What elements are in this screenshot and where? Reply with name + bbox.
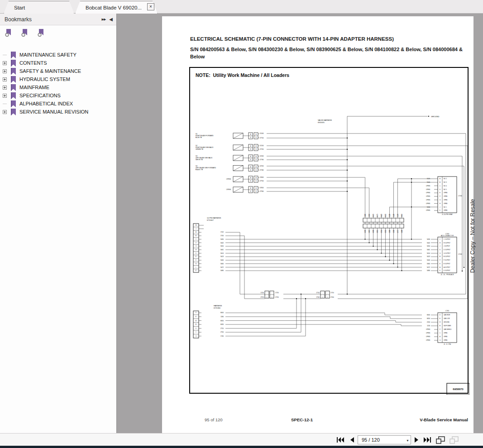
svg-text:CAN LOW: CAN LOW [444, 318, 450, 319]
svg-text:5600: 5600 [401, 214, 403, 217]
svg-text:A: A [440, 336, 440, 338]
bookmark-icon [10, 84, 16, 91]
bookmark-item[interactable]: SAFETY & MAINTENANCE [0, 67, 116, 75]
svg-text:OPEN: OPEN [426, 199, 430, 201]
svg-text:5640: 5640 [220, 259, 224, 261]
tab-start[interactable]: Start [4, 1, 74, 14]
tab-bar: Start Bobcat Blade V 69020... × [0, 0, 483, 14]
svg-text:OPEN: OPEN [444, 203, 447, 205]
svg-text:2750: 2750 [260, 180, 263, 182]
last-page-button[interactable] [422, 435, 432, 445]
next-view-button[interactable] [449, 435, 459, 445]
svg-text:L: L [196, 267, 196, 268]
svg-text:B: B [440, 256, 440, 257]
footer-manual-name: V-Blade Service Manual [420, 417, 468, 422]
svg-text:A: A [440, 267, 440, 268]
note-text: Utility Work Machine / All Loaders [213, 72, 290, 78]
expand-icon[interactable] [3, 69, 7, 73]
svg-text:OPEN: OPEN [444, 199, 447, 201]
svg-text:5570: 5570 [377, 214, 378, 217]
svg-text:A: A [250, 133, 251, 135]
svg-text:5540: 5540 [393, 214, 395, 217]
svg-text:B: B [250, 159, 251, 161]
svg-text:BLUE TB: BLUE TB [196, 137, 202, 138]
svg-text:B: B [196, 324, 196, 325]
bookmark-item[interactable]: SERVICE MANUAL REVISION [0, 108, 116, 116]
bookmark-tool-icon-2[interactable] [21, 29, 29, 37]
bookmark-item[interactable]: SPECIFICATIONS [0, 91, 116, 100]
expand-icon[interactable] [3, 77, 7, 81]
svg-text:5630: 5630 [220, 238, 224, 240]
svg-text:K: K [440, 270, 440, 272]
svg-text:CAN SHIELD: CAN SHIELD [444, 329, 451, 330]
previous-page-button[interactable] [347, 435, 357, 445]
expand-all-icon[interactable]: ▶▶ [102, 14, 106, 25]
bookmark-label: SAFETY & MAINTENANCE [19, 68, 81, 74]
bookmark-item[interactable]: CONTENTS [0, 59, 116, 67]
svg-text:1740: 1740 [220, 335, 224, 337]
svg-text:5590: 5590 [385, 214, 387, 217]
svg-text:G OUTPUT: G OUTPUT [444, 253, 450, 254]
next-page-button[interactable] [412, 435, 422, 445]
tab-close-button[interactable]: × [147, 3, 154, 10]
first-page-button[interactable] [335, 435, 345, 445]
svg-text:6650: 6650 [427, 318, 430, 319]
svg-text:A: A [250, 177, 251, 179]
serial-numbers: S/N 084200563 & Below, S/N 084300230 & B… [190, 46, 473, 61]
svg-text:2720: 2720 [260, 296, 264, 298]
bookmark-tool-icon-1[interactable] [5, 29, 13, 37]
svg-text:D: D [196, 312, 196, 314]
svg-text:6650: 6650 [220, 320, 224, 322]
svg-text:6600: 6600 [220, 312, 224, 314]
bookmark-item[interactable]: MAINFRAME [0, 83, 116, 91]
note-label: NOTE: [196, 72, 210, 78]
svg-text:1180: 1180 [220, 316, 224, 318]
svg-text:5150: 5150 [260, 145, 263, 147]
bookmark-icon [10, 60, 16, 67]
svg-text:OPEN: OPEN [426, 332, 430, 334]
tab-document[interactable]: Bobcat Blade V 69020... [75, 1, 158, 14]
expand-icon[interactable] [3, 86, 7, 90]
svg-text:F: F [196, 242, 196, 244]
svg-text:C: C [440, 332, 440, 334]
expand-icon[interactable] [3, 110, 7, 114]
svg-text:B: B [256, 137, 257, 138]
svg-text:A: A [440, 178, 440, 180]
svg-text:1720: 1720 [275, 292, 279, 294]
svg-text:5614: 5614 [427, 253, 430, 254]
schematic-frame: NOTE: Utility Work Machine / All Loaders… [189, 67, 469, 394]
svg-text:ACD CONNECTOR: ACD CONNECTOR [441, 235, 454, 237]
svg-text:A: A [256, 187, 257, 189]
svg-text:B: B [196, 235, 196, 237]
bookmark-item[interactable]: HYDRAULIC SYSTEM [0, 75, 116, 83]
svg-text:H: H [440, 321, 440, 323]
svg-text:OPEN: OPEN [444, 210, 447, 211]
tree-dash [3, 102, 7, 106]
page-number-input[interactable] [358, 436, 403, 444]
svg-text:NO 5: NO 5 [444, 189, 447, 191]
expand-icon[interactable] [3, 94, 7, 98]
svg-text:6725366: 6725366 [214, 307, 220, 309]
previous-view-button[interactable] [435, 435, 445, 445]
svg-text:F: F [440, 329, 440, 330]
svg-text:OPEN: OPEN [426, 329, 430, 330]
bookmark-icon [10, 109, 16, 115]
bookmark-tool-icon-3[interactable] [37, 29, 45, 37]
svg-text:2720: 2720 [275, 296, 279, 298]
svg-text:A: A [256, 166, 257, 168]
svg-text:E: E [196, 256, 196, 257]
bookmark-label: ALPHABETICAL INDEX [19, 101, 73, 106]
page-number-combobox[interactable]: ▼ [358, 435, 411, 444]
svg-text:D: D [196, 253, 196, 254]
svg-text:A: A [327, 293, 328, 294]
collapse-panel-icon[interactable]: ◀ [109, 14, 113, 25]
svg-text:K: K [196, 259, 196, 261]
svg-text:C703: C703 [458, 253, 462, 255]
bookmark-item[interactable]: MAINTENANCE SAFETY [0, 51, 116, 59]
svg-text:G: G [196, 245, 196, 247]
tab-document-label: Bobcat Blade V 69020... [86, 5, 142, 10]
svg-text:5680: 5680 [427, 270, 430, 272]
expand-icon[interactable] [3, 61, 7, 65]
svg-text:5350: 5350 [368, 214, 370, 217]
bookmark-item[interactable]: ALPHABETICAL INDEX [0, 100, 116, 108]
